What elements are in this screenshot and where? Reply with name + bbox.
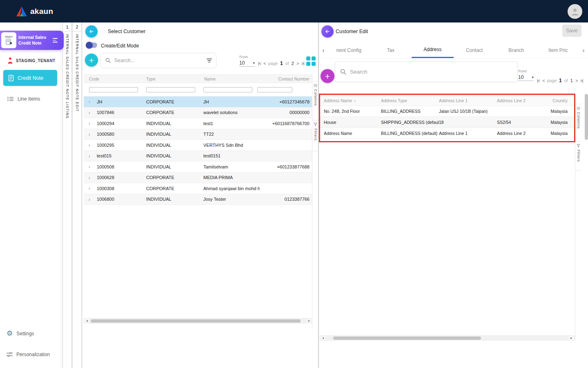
- sidebar-item-personalization[interactable]: Personalization: [7, 352, 50, 357]
- user-avatar[interactable]: [568, 4, 582, 19]
- module-banner[interactable]: CREDIT Internal Sales Credit Note: [0, 31, 64, 50]
- rows-label: Rows: [518, 69, 534, 73]
- app-logo[interactable]: akaun: [16, 7, 53, 16]
- cell-code: 1006800: [95, 197, 145, 202]
- address-search-input[interactable]: [350, 69, 513, 75]
- rows-value: 10: [518, 74, 523, 80]
- row-expand-icon[interactable]: ›: [84, 175, 95, 180]
- cell-address-type: BILLING_ADDRESS (default): [381, 131, 439, 136]
- row-expand-icon[interactable]: ›: [84, 99, 95, 104]
- next-page-button[interactable]: >: [296, 61, 298, 66]
- prev-page-button[interactable]: <: [263, 61, 265, 66]
- table-row[interactable]: › 1000294 INDIVIDUAL test1 +601168787667…: [84, 118, 312, 129]
- scrollbar-thumb[interactable]: [91, 319, 301, 323]
- add-customer-button[interactable]: +: [85, 54, 98, 67]
- table-row[interactable]: › 1000308 CORPORATE Ahmad syarqawi bin m…: [84, 183, 312, 194]
- table-row[interactable]: › test015 INDIVIDUAL test0151: [84, 151, 312, 162]
- tab-tax[interactable]: Tax: [370, 42, 412, 58]
- cell-code: JH: [95, 99, 145, 104]
- workspace-tab-number[interactable]: 1: [63, 22, 71, 31]
- tab-item-pricing[interactable]: Item Pric: [537, 42, 579, 58]
- row-expand-icon[interactable]: ›: [84, 110, 95, 115]
- table-row[interactable]: › 1000508 INDIVIDUAL Tamilselvam +601233…: [84, 162, 312, 173]
- grid-view-icon[interactable]: [306, 56, 316, 66]
- scrollbar-thumb[interactable]: [333, 337, 481, 340]
- tab-address[interactable]: Address: [412, 42, 454, 58]
- save-button[interactable]: Save: [562, 25, 581, 37]
- panel-divider: [82, 22, 82, 368]
- tabs-scroll-right-icon[interactable]: ›: [579, 42, 588, 58]
- table-row[interactable]: › 1000295 INDIVIDUAL VERTHYS Sdn Bhd: [84, 140, 312, 151]
- sidebar-item-credit-note[interactable]: Credit Note: [3, 70, 57, 86]
- first-page-button[interactable]: |<: [258, 61, 261, 66]
- filter-input-contact[interactable]: [257, 87, 292, 92]
- row-expand-icon[interactable]: ›: [84, 132, 95, 137]
- rows-per-page-select[interactable]: Rows 10 ▾: [239, 55, 255, 67]
- tab-contact[interactable]: Contact: [454, 42, 496, 58]
- filter-input-code[interactable]: [89, 87, 138, 92]
- toggle-label: Create/Edit Mode: [101, 43, 139, 49]
- sidebar-item-label: Credit Note: [18, 75, 43, 81]
- workspace-tab-label: INTERNAL SALES CREDIT NOTE LISTING: [65, 34, 69, 119]
- row-expand-icon[interactable]: ›: [84, 197, 95, 202]
- panel-title: Select Customer: [108, 29, 145, 34]
- row-expand-icon[interactable]: ›: [84, 121, 95, 126]
- row-expand-icon[interactable]: ›: [84, 153, 95, 159]
- columns-side-tab[interactable]: Columns: [312, 81, 318, 120]
- row-expand-icon[interactable]: ›: [84, 142, 95, 148]
- last-page-button[interactable]: >|: [301, 61, 304, 66]
- customer-search-input[interactable]: [114, 58, 203, 63]
- last-page-button[interactable]: >|: [580, 78, 583, 83]
- sidebar-item-settings[interactable]: ⚙ Settings: [7, 330, 34, 337]
- table-row[interactable]: House SHIPPING_ADDRESS (default) 18 SS2/…: [319, 117, 575, 128]
- table-row[interactable]: › 1007846 CORPORATE wavelet solutions 00…: [84, 108, 312, 119]
- table-row[interactable]: No. 24B, 2nd Floor BILLING_ADDRESS Jalan…: [319, 106, 575, 117]
- tab-branch[interactable]: Branch: [495, 42, 537, 58]
- filters-side-tab[interactable]: Filters: [575, 141, 581, 171]
- scroll-left-arrow[interactable]: ◂: [84, 319, 90, 323]
- add-address-button[interactable]: +: [321, 69, 334, 83]
- table-row[interactable]: › JH CORPORATE JH +60127345678: [84, 96, 312, 108]
- sidebar-item-line-items[interactable]: Line Items: [7, 96, 40, 102]
- cell-type: CORPORATE: [145, 110, 202, 115]
- cell-address-name: Address Name: [324, 131, 381, 136]
- current-page: 1: [559, 78, 562, 83]
- prev-page-button[interactable]: <: [542, 78, 544, 83]
- columns-side-tab[interactable]: Columns: [575, 104, 581, 141]
- tab-payment-config[interactable]: nent Config: [328, 42, 370, 58]
- scrollbar-thumb[interactable]: [585, 94, 588, 140]
- filters-side-tab[interactable]: Filters: [312, 120, 318, 151]
- page-word: page: [268, 61, 278, 66]
- filter-list-icon[interactable]: [207, 58, 212, 63]
- tenant-selector[interactable]: STAGING_TENANT: [7, 57, 56, 64]
- workspace-tab-label: INTERNAL SALES CREDIT NOTE EDIT: [75, 34, 79, 112]
- workspace-tab-listing[interactable]: 1 INTERNAL SALES CREDIT NOTE LISTING: [62, 22, 72, 368]
- next-page-button[interactable]: >: [575, 78, 577, 83]
- sort-desc-icon[interactable]: ↓: [354, 98, 356, 103]
- table-row[interactable]: › 1006800 INDIVIDUAL Josy Tester 0123387…: [84, 194, 312, 205]
- rows-value: 10: [239, 60, 245, 66]
- table-row[interactable]: › 1000580 INDIVIDUAL TT22: [84, 129, 312, 140]
- workspace-tab-number[interactable]: 2: [73, 22, 81, 31]
- row-expand-icon[interactable]: ›: [84, 186, 95, 191]
- workspace-tab-edit[interactable]: 2 INTERNAL SALES CREDIT NOTE EDIT: [72, 22, 82, 368]
- cell-type: INDIVIDUAL: [145, 132, 202, 137]
- filter-input-type[interactable]: [146, 87, 195, 92]
- back-button[interactable]: [321, 25, 334, 38]
- table-row[interactable]: › 1000628 CORPORATE MEDIA PRIMA: [84, 173, 312, 184]
- rows-per-page-select[interactable]: Rows 10 ▾: [518, 69, 534, 81]
- scroll-right-arrow[interactable]: ▸: [568, 336, 574, 340]
- brand-name: akaun: [30, 7, 53, 16]
- funnel-icon: [577, 144, 580, 148]
- table-row[interactable]: Address Name BILLING_ADDRESS (default) A…: [319, 128, 575, 139]
- scroll-right-arrow[interactable]: ▸: [306, 319, 312, 323]
- filter-input-name[interactable]: [203, 87, 252, 92]
- first-page-button[interactable]: |<: [537, 78, 540, 83]
- back-button[interactable]: [85, 25, 98, 38]
- row-expand-icon[interactable]: ›: [84, 164, 95, 169]
- collapse-menu-icon[interactable]: [53, 38, 58, 42]
- customer-edit-panel: Customer Edit Save ‹ nent Config Tax Add…: [319, 22, 588, 368]
- scroll-left-arrow[interactable]: ◂: [320, 336, 326, 340]
- tabs-scroll-left-icon[interactable]: ‹: [319, 42, 328, 58]
- create-edit-mode-toggle[interactable]: [87, 43, 97, 48]
